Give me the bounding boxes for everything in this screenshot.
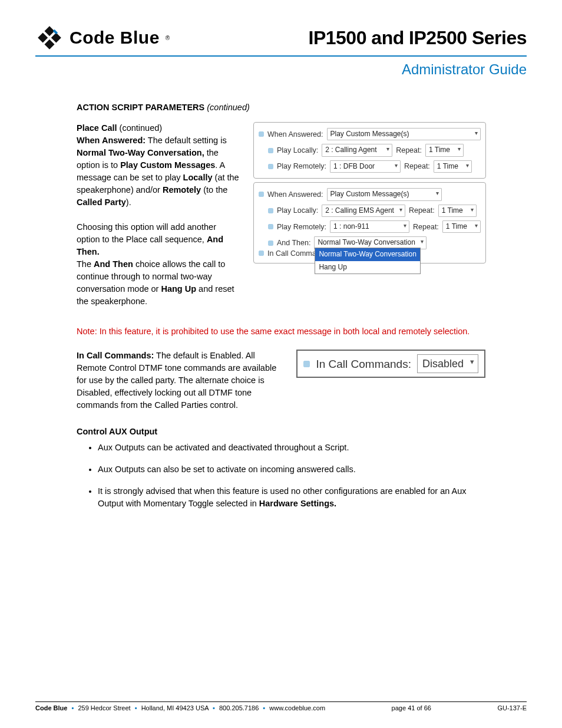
doc-title: IP1500 and IP2500 Series [309, 27, 527, 49]
and-then-dropdown-list: Normal Two-Way Conversation Hang Up [315, 248, 420, 274]
t: Hardware Settings. [259, 499, 336, 508]
play-remotely-select[interactable]: 1 : DFB Door [330, 160, 401, 173]
logo-block: Code Blue ® [35, 24, 170, 52]
repeat-label: Repeat: [396, 145, 422, 156]
play-locally-label: Play Locally: [277, 205, 318, 216]
play-remotely-label: Play Remotely: [277, 161, 326, 172]
play-locally-select[interactable]: 2 : Calling EMS Agent [322, 205, 405, 217]
list-item: Aux Outputs can be activated and deactiv… [98, 442, 485, 454]
dot-icon: • [135, 704, 137, 711]
t: Choosing this option will add another op… [77, 222, 216, 244]
footer-page: page 41 of 66 [392, 704, 431, 711]
config-panel-2: When Answered: Play Custom Message(s) Pl… [253, 182, 486, 263]
svg-rect-3 [45, 39, 55, 50]
logo-icon [35, 24, 64, 52]
repeat-label: Repeat: [404, 161, 430, 172]
t: ). [126, 197, 131, 207]
bullet-icon [268, 241, 273, 246]
bullet-icon [259, 192, 264, 197]
bullet-icon [259, 131, 264, 137]
dot-icon: • [263, 704, 265, 711]
footer-site: www.codeblue.com [269, 704, 325, 711]
footer-left: Code Blue • 259 Hedcor Street • Holland,… [35, 704, 325, 711]
para-and-then-intro: Choosing this option will add another op… [77, 221, 242, 258]
repeat-select[interactable]: 1 Time [434, 160, 472, 173]
in-call-commands-select[interactable]: Disabled [417, 354, 478, 373]
footer: Code Blue • 259 Hedcor Street • Holland,… [35, 701, 527, 711]
when-answered-label: When Answered: [267, 129, 323, 140]
footer-addr1: 259 Hedcor Street [78, 704, 130, 711]
dot-icon: • [213, 704, 215, 711]
para-and-then-desc: The And Then choice allows the call to c… [77, 258, 242, 308]
t: (to the [201, 185, 227, 195]
place-call-cont: (continued) [120, 123, 163, 133]
config-panel-1: When Answered: Play Custom Message(s) Pl… [253, 122, 486, 179]
t: The [77, 259, 94, 269]
note-warning: Note: In this feature, it is prohibited … [77, 325, 485, 338]
section-continued: (continued) [207, 103, 250, 112]
in-call-commands-para: In Call Commands: The default is Enabled… [77, 350, 279, 411]
bullet-icon [268, 164, 273, 169]
t: Normal Two-Way Conversation, [77, 148, 204, 157]
footer-phone: 800.205.7186 [219, 704, 259, 711]
bullet-icon [268, 224, 273, 229]
t: Hang Up [161, 284, 196, 294]
play-locally-label: Play Locally: [277, 145, 318, 156]
list-item: Aux Outputs can also be set to activate … [98, 463, 485, 476]
bullet-icon [259, 251, 264, 256]
and-then-value: Normal Two-Way Conversation [318, 238, 415, 246]
footer-addr2: Holland, MI 49423 USA [141, 704, 209, 711]
dropdown-option-normal[interactable]: Normal Two-Way Conversation [315, 248, 419, 261]
t: Locally [183, 173, 213, 182]
play-locally-select[interactable]: 2 : Calling Agent [322, 144, 392, 156]
dot-icon: • [71, 704, 74, 711]
in-call-commands-label: In Call Commands: [316, 356, 411, 373]
when-answered-select[interactable]: Play Custom Message(s) [327, 128, 481, 140]
bullet-icon [303, 361, 310, 367]
and-then-select[interactable]: Normal Two-Way Conversation Normal Two-W… [314, 236, 426, 249]
footer-docid: GU-137-E [497, 704, 527, 711]
t: And Then [94, 259, 133, 269]
repeat-label: Repeat: [413, 222, 439, 232]
when-answered-bold: When Answered: [77, 136, 146, 145]
play-remotely-select[interactable]: 1 : non-911 [330, 220, 409, 233]
aux-heading: Control AUX Output [77, 427, 157, 436]
in-call-commands-bold: In Call Commands: [77, 351, 154, 360]
aux-list: Aux Outputs can be activated and deactiv… [77, 442, 485, 510]
t: The default setting is [146, 136, 227, 145]
repeat-select[interactable]: 1 Time [425, 144, 464, 156]
place-call-label: Place Call [77, 123, 117, 133]
bullet-icon [268, 208, 273, 213]
section-heading: ACTION SCRIPT PARAMETERS (continued) [77, 101, 485, 114]
repeat-select[interactable]: 1 Time [438, 205, 477, 217]
header: Code Blue ® IP1500 and IP2500 Series [35, 24, 527, 57]
dropdown-option-hangup[interactable]: Hang Up [315, 261, 419, 274]
registered-mark-icon: ® [166, 35, 170, 41]
repeat-label: Repeat: [409, 205, 435, 216]
when-answered-select[interactable]: Play Custom Message(s) [327, 188, 442, 200]
in-call-commands-figure: In Call Commands: Disabled [296, 350, 485, 378]
t: Play Custom Messages [120, 160, 215, 170]
bullet-icon [268, 148, 273, 153]
play-remotely-label: Play Remotely: [277, 222, 326, 232]
repeat-select[interactable]: 1 Time [442, 220, 481, 233]
svg-rect-2 [38, 33, 48, 43]
in-call-truncated-label: In Call Comman [267, 248, 320, 259]
doc-subtitle: Administrator Guide [35, 61, 527, 78]
t: Remotely [163, 185, 201, 195]
t: Called Party [77, 197, 126, 207]
when-answered-label: When Answered: [267, 189, 323, 200]
place-call-para: Place Call (continued) When Answered: Th… [77, 122, 242, 209]
brand-text: Code Blue [70, 28, 160, 48]
section-heading-text: ACTION SCRIPT PARAMETERS [77, 103, 204, 112]
footer-brand: Code Blue [35, 704, 67, 711]
list-item: It is strongly advised that when this fe… [98, 485, 485, 510]
